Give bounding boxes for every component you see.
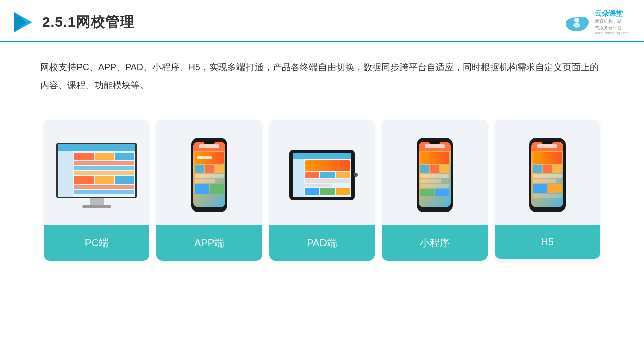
header: 2.5.1网校管理 云朵课堂 教育机构一站 式服务云平台 yunduoketan…	[0, 0, 644, 42]
card-label-pad: PAD端	[269, 225, 375, 261]
card-image-pad	[269, 120, 375, 225]
card-label-h5: H5	[495, 225, 600, 259]
page-title: 2.5.1网校管理	[42, 13, 134, 32]
svg-point-5	[574, 18, 579, 23]
logo-text-block: 云朵课堂 教育机构一站 式服务云平台 yunduoketang.com	[595, 9, 629, 35]
svg-marker-1	[14, 12, 26, 32]
card-pc: PC端	[44, 120, 149, 261]
phone-mockup-h5	[529, 138, 566, 212]
monitor-screen	[56, 143, 137, 198]
card-app: APP端	[156, 120, 262, 261]
card-miniprogram: 小程序	[382, 120, 488, 261]
description-text: 网校支持PC、APP、PAD、小程序、H5，实现多端打通，产品各终端自由切换，数…	[0, 42, 644, 105]
card-pad: PAD端	[269, 120, 375, 261]
play-icon	[10, 10, 34, 34]
monitor-mockup	[56, 143, 137, 208]
logo-subtitle: 教育机构一站 式服务云平台	[595, 18, 629, 31]
card-image-h5	[495, 120, 600, 225]
card-h5: H5	[495, 120, 600, 261]
card-label-app: APP端	[156, 225, 262, 261]
phone-mockup-app	[191, 138, 227, 212]
cards-container: PC端	[0, 110, 644, 271]
logo-domain: yunduoketang.com	[595, 31, 629, 35]
header-left: 2.5.1网校管理	[10, 10, 134, 34]
card-image-app	[156, 120, 262, 225]
logo-area: 云朵课堂 教育机构一站 式服务云平台 yunduoketang.com	[561, 9, 629, 35]
logo-brand-name: 云朵课堂	[595, 9, 629, 18]
card-label-miniprogram: 小程序	[382, 225, 488, 261]
card-image-pc	[44, 120, 149, 225]
phone-mockup-mini	[417, 138, 453, 212]
svg-point-6	[573, 23, 580, 28]
cloud-logo-icon	[561, 11, 592, 33]
tablet-mockup	[289, 150, 355, 200]
card-label-pc: PC端	[44, 225, 149, 261]
card-image-miniprogram	[382, 120, 488, 225]
